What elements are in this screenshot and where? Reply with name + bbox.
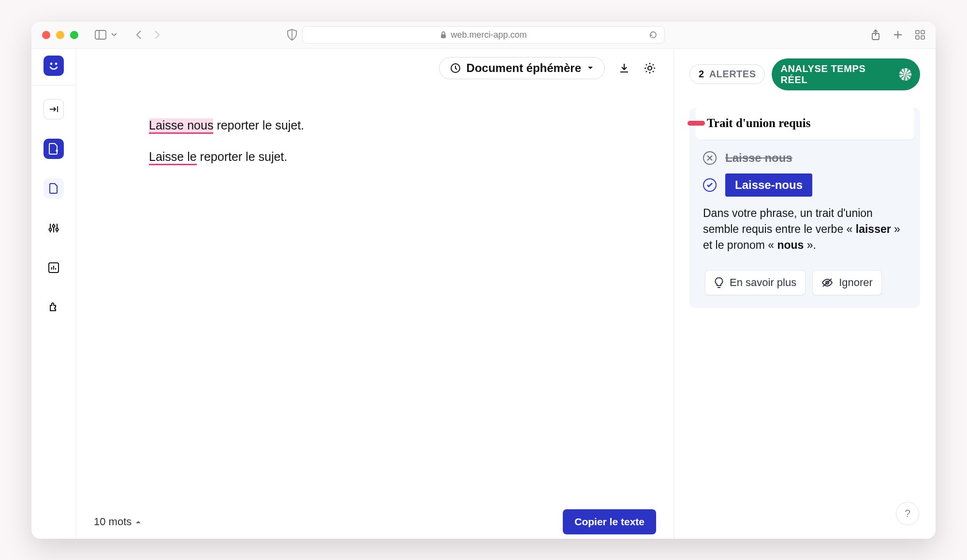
close-window-button[interactable] [42,31,50,39]
suggestions-header: 2 ALERTES ANALYSE TEMPS RÉEL [689,58,920,90]
severity-indicator [688,121,705,126]
svg-rect-6 [916,36,919,39]
sliders-icon [48,223,59,233]
nav-arrows [135,30,161,40]
incorrect-text: Laisse nous [725,151,792,165]
svg-rect-5 [921,30,924,34]
puzzle-icon [48,302,59,313]
alerts-count: 2 [699,69,704,80]
privacy-shield-icon[interactable] [287,29,297,41]
learn-more-button[interactable]: En savoir plus [705,270,806,295]
chrome-right-controls [871,29,925,41]
document-type-label: Document éphémère [467,61,581,75]
suggestion-card: Trait d'union requis Laisse nous [689,108,920,308]
chevron-down-icon [111,33,117,37]
copy-text-button[interactable]: Copier le texte [563,509,656,534]
correct-row: Laisse-nous [703,173,907,197]
svg-rect-4 [916,30,919,34]
editor-pane: Document éphémère Laisse nous reporter l… [76,49,674,539]
lock-icon [440,31,447,39]
download-button[interactable] [618,62,630,74]
editor-bottombar: 10 mots Copier le texte [76,505,674,539]
browser-chrome: web.merci-app.com [31,22,936,49]
alerts-count-pill[interactable]: 2 ALERTES [689,64,765,84]
back-button[interactable] [135,30,142,40]
share-icon[interactable] [871,29,880,41]
app-window: web.merci-app.com [31,22,936,539]
address-bar[interactable]: web.merci-app.com [302,26,665,43]
svg-point-15 [53,225,55,227]
eye-off-icon [821,278,833,287]
new-tab-icon[interactable] [893,30,903,40]
caret-down-icon [587,66,594,71]
window-controls [42,31,78,39]
collapse-button[interactable] [44,99,64,119]
error-highlight-1[interactable]: Laisse nous [149,118,213,134]
clock-icon [450,63,461,73]
minimize-window-button[interactable] [56,31,64,39]
suggestion-title: Trait d'union requis [695,107,914,140]
word-count[interactable]: 10 mots [94,516,141,528]
new-document-icon [48,143,59,155]
realtime-label: ANALYSE TEMPS RÉEL [780,63,893,86]
suggestion-actions: En savoir plus Ignorer [703,270,907,295]
suggestion-body: Laisse nous Laisse-nous Dans votre phras… [689,141,920,295]
documents-button[interactable] [44,178,64,199]
editor-line-1: Laisse nous reporter le sujet. [149,116,601,135]
svg-point-22 [648,66,652,70]
forward-button[interactable] [154,30,161,40]
error-highlight-2[interactable]: Laisse le [149,150,197,165]
svg-point-16 [56,228,59,230]
bar-chart-icon [48,262,59,273]
settings-sliders-button[interactable] [44,218,64,238]
main-area: Document éphémère Laisse nous reporter l… [76,49,936,539]
tab-overview-icon[interactable] [915,30,925,40]
question-mark-icon: ? [905,507,910,520]
svg-point-8 [50,62,53,65]
word-count-label: 10 mots [94,516,132,528]
svg-point-9 [55,62,58,65]
gear-icon [644,62,656,74]
left-sidebar [31,49,76,539]
help-button[interactable]: ? [896,502,919,525]
alerts-label: ALERTES [709,69,756,80]
download-icon [618,62,630,74]
caret-up-icon [135,520,141,524]
svg-rect-2 [441,34,446,38]
sidebar-toggle[interactable] [95,30,117,40]
text-editor[interactable]: Laisse nous reporter le sujet. Laisse le… [76,87,674,505]
realtime-analysis-pill[interactable]: ANALYSE TEMPS RÉEL [772,58,920,90]
new-document-button[interactable] [44,139,64,159]
lightbulb-icon [714,277,724,288]
correct-icon [703,178,717,192]
settings-button[interactable] [644,62,656,74]
collapse-icon [49,105,59,113]
editor-line-2: Laisse le reporter le sujet. [149,148,601,166]
editor-topbar: Document éphémère [76,49,674,87]
sidebar-divider [31,85,76,86]
document-icon [49,183,59,194]
app-body: Document éphémère Laisse nous reporter l… [31,49,936,539]
stats-button[interactable] [44,258,64,278]
spinner-icon [899,68,911,81]
reload-icon[interactable] [649,30,658,39]
sidebar-icon [95,30,106,40]
ignore-button[interactable]: Ignorer [812,270,882,295]
suggestion-chip[interactable]: Laisse-nous [725,173,812,197]
smile-icon [47,59,60,72]
svg-point-14 [49,228,52,230]
suggestion-explanation: Dans votre phrase, un trait d'union semb… [703,205,907,254]
svg-rect-7 [921,36,924,39]
maximize-window-button[interactable] [70,31,78,39]
svg-rect-0 [95,30,106,39]
incorrect-row: Laisse nous [703,151,907,165]
extension-button[interactable] [44,297,64,317]
incorrect-icon [703,151,717,165]
address-bar-url: web.merci-app.com [451,30,527,40]
app-logo[interactable] [44,56,64,76]
suggestions-pane: 2 ALERTES ANALYSE TEMPS RÉEL Trait d'uni… [674,49,936,539]
document-type-dropdown[interactable]: Document éphémère [439,57,605,79]
